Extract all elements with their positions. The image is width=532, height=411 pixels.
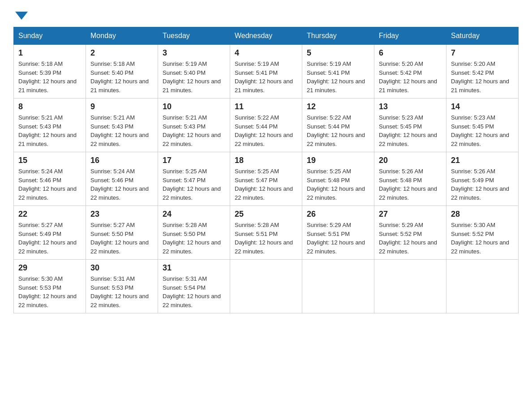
day-info: Sunrise: 5:20 AMSunset: 5:42 PMDaylight:…: [451, 60, 509, 94]
day-number: 25: [235, 210, 297, 219]
day-cell: [230, 260, 302, 313]
header-row: SundayMondayTuesdayWednesdayThursdayFrid…: [14, 27, 519, 45]
week-row-5: 29 Sunrise: 5:30 AMSunset: 5:53 PMDaylig…: [14, 260, 519, 313]
week-row-2: 8 Sunrise: 5:21 AMSunset: 5:43 PMDayligh…: [14, 98, 519, 152]
day-number: 13: [379, 102, 442, 111]
calendar-body: 1 Sunrise: 5:18 AMSunset: 5:39 PMDayligh…: [14, 45, 519, 313]
day-cell: 23 Sunrise: 5:27 AMSunset: 5:50 PMDaylig…: [86, 206, 158, 260]
day-info: Sunrise: 5:21 AMSunset: 5:43 PMDaylight:…: [18, 114, 77, 147]
page-header: [13, 9, 519, 19]
day-number: 26: [307, 210, 369, 219]
day-info: Sunrise: 5:20 AMSunset: 5:42 PMDaylight:…: [379, 60, 437, 94]
header-cell-monday: Monday: [86, 27, 158, 45]
day-info: Sunrise: 5:21 AMSunset: 5:43 PMDaylight:…: [90, 114, 149, 147]
day-cell: 9 Sunrise: 5:21 AMSunset: 5:43 PMDayligh…: [86, 98, 158, 152]
day-info: Sunrise: 5:23 AMSunset: 5:45 PMDaylight:…: [451, 114, 509, 147]
header-cell-thursday: Thursday: [302, 27, 374, 45]
day-number: 7: [451, 48, 514, 58]
day-cell: 26 Sunrise: 5:29 AMSunset: 5:51 PMDaylig…: [302, 206, 374, 260]
day-number: 2: [90, 48, 153, 58]
day-info: Sunrise: 5:24 AMSunset: 5:46 PMDaylight:…: [18, 168, 77, 201]
day-cell: 5 Sunrise: 5:19 AMSunset: 5:41 PMDayligh…: [302, 45, 374, 98]
day-cell: 2 Sunrise: 5:18 AMSunset: 5:40 PMDayligh…: [86, 45, 158, 98]
header-cell-sunday: Sunday: [14, 27, 86, 45]
day-number: 29: [18, 263, 81, 273]
day-number: 31: [163, 263, 225, 273]
day-number: 12: [307, 102, 369, 111]
day-cell: 14 Sunrise: 5:23 AMSunset: 5:45 PMDaylig…: [446, 98, 519, 152]
day-number: 10: [163, 102, 225, 111]
day-info: Sunrise: 5:26 AMSunset: 5:49 PMDaylight:…: [451, 168, 509, 201]
day-info: Sunrise: 5:25 AMSunset: 5:48 PMDaylight:…: [307, 168, 365, 201]
day-info: Sunrise: 5:18 AMSunset: 5:40 PMDaylight:…: [90, 60, 149, 94]
week-row-3: 15 Sunrise: 5:24 AMSunset: 5:46 PMDaylig…: [14, 152, 519, 206]
calendar-table: SundayMondayTuesdayWednesdayThursdayFrid…: [13, 27, 519, 313]
day-number: 21: [451, 156, 514, 165]
day-number: 8: [18, 102, 81, 111]
day-info: Sunrise: 5:21 AMSunset: 5:43 PMDaylight:…: [163, 114, 221, 147]
day-cell: 28 Sunrise: 5:30 AMSunset: 5:52 PMDaylig…: [446, 206, 519, 260]
day-cell: 19 Sunrise: 5:25 AMSunset: 5:48 PMDaylig…: [302, 152, 374, 206]
day-info: Sunrise: 5:19 AMSunset: 5:41 PMDaylight:…: [235, 60, 293, 94]
day-number: 17: [163, 156, 225, 165]
day-info: Sunrise: 5:31 AMSunset: 5:53 PMDaylight:…: [90, 275, 149, 308]
day-info: Sunrise: 5:25 AMSunset: 5:47 PMDaylight:…: [235, 168, 293, 201]
day-cell: 1 Sunrise: 5:18 AMSunset: 5:39 PMDayligh…: [14, 45, 86, 98]
day-cell: 7 Sunrise: 5:20 AMSunset: 5:42 PMDayligh…: [446, 45, 519, 98]
logo-top: [13, 9, 28, 20]
day-info: Sunrise: 5:22 AMSunset: 5:44 PMDaylight:…: [235, 114, 293, 147]
week-row-4: 22 Sunrise: 5:27 AMSunset: 5:49 PMDaylig…: [14, 206, 519, 260]
day-info: Sunrise: 5:19 AMSunset: 5:41 PMDaylight:…: [307, 60, 365, 94]
day-cell: 25 Sunrise: 5:28 AMSunset: 5:51 PMDaylig…: [230, 206, 302, 260]
day-number: 11: [235, 102, 297, 111]
day-cell: 4 Sunrise: 5:19 AMSunset: 5:41 PMDayligh…: [230, 45, 302, 98]
day-cell: 18 Sunrise: 5:25 AMSunset: 5:47 PMDaylig…: [230, 152, 302, 206]
day-number: 5: [307, 48, 369, 58]
day-info: Sunrise: 5:31 AMSunset: 5:54 PMDaylight:…: [163, 275, 221, 308]
calendar-header: SundayMondayTuesdayWednesdayThursdayFrid…: [14, 27, 519, 45]
day-cell: [302, 260, 374, 313]
day-cell: 22 Sunrise: 5:27 AMSunset: 5:49 PMDaylig…: [14, 206, 86, 260]
day-info: Sunrise: 5:27 AMSunset: 5:50 PMDaylight:…: [90, 222, 149, 255]
day-cell: 27 Sunrise: 5:29 AMSunset: 5:52 PMDaylig…: [374, 206, 446, 260]
day-cell: 12 Sunrise: 5:22 AMSunset: 5:44 PMDaylig…: [302, 98, 374, 152]
day-cell: 16 Sunrise: 5:24 AMSunset: 5:46 PMDaylig…: [86, 152, 158, 206]
day-number: 1: [18, 48, 81, 58]
day-number: 22: [18, 210, 81, 219]
day-info: Sunrise: 5:26 AMSunset: 5:48 PMDaylight:…: [379, 168, 437, 201]
day-info: Sunrise: 5:24 AMSunset: 5:46 PMDaylight:…: [90, 168, 149, 201]
day-info: Sunrise: 5:19 AMSunset: 5:40 PMDaylight:…: [163, 60, 221, 94]
day-info: Sunrise: 5:27 AMSunset: 5:49 PMDaylight:…: [18, 222, 77, 255]
header-cell-tuesday: Tuesday: [158, 27, 230, 45]
day-info: Sunrise: 5:23 AMSunset: 5:45 PMDaylight:…: [379, 114, 437, 147]
day-cell: [374, 260, 446, 313]
day-info: Sunrise: 5:30 AMSunset: 5:52 PMDaylight:…: [451, 222, 509, 255]
logo: [13, 9, 28, 19]
day-number: 23: [90, 210, 153, 219]
day-info: Sunrise: 5:28 AMSunset: 5:51 PMDaylight:…: [235, 222, 293, 255]
day-number: 14: [451, 102, 514, 111]
day-cell: 30 Sunrise: 5:31 AMSunset: 5:53 PMDaylig…: [86, 260, 158, 313]
day-number: 3: [163, 48, 225, 58]
day-cell: 15 Sunrise: 5:24 AMSunset: 5:46 PMDaylig…: [14, 152, 86, 206]
day-number: 30: [90, 263, 153, 273]
day-number: 28: [451, 210, 514, 219]
day-cell: 8 Sunrise: 5:21 AMSunset: 5:43 PMDayligh…: [14, 98, 86, 152]
day-number: 9: [90, 102, 153, 111]
week-row-1: 1 Sunrise: 5:18 AMSunset: 5:39 PMDayligh…: [14, 45, 519, 98]
day-number: 19: [307, 156, 369, 165]
day-number: 27: [379, 210, 442, 219]
day-number: 20: [379, 156, 442, 165]
day-info: Sunrise: 5:29 AMSunset: 5:51 PMDaylight:…: [307, 222, 365, 255]
day-cell: 6 Sunrise: 5:20 AMSunset: 5:42 PMDayligh…: [374, 45, 446, 98]
day-cell: 24 Sunrise: 5:28 AMSunset: 5:50 PMDaylig…: [158, 206, 230, 260]
day-cell: 11 Sunrise: 5:22 AMSunset: 5:44 PMDaylig…: [230, 98, 302, 152]
day-number: 6: [379, 48, 442, 58]
day-cell: [446, 260, 519, 313]
header-cell-friday: Friday: [374, 27, 446, 45]
day-cell: 20 Sunrise: 5:26 AMSunset: 5:48 PMDaylig…: [374, 152, 446, 206]
day-cell: 3 Sunrise: 5:19 AMSunset: 5:40 PMDayligh…: [158, 45, 230, 98]
day-info: Sunrise: 5:25 AMSunset: 5:47 PMDaylight:…: [163, 168, 221, 201]
day-number: 15: [18, 156, 81, 165]
day-cell: 21 Sunrise: 5:26 AMSunset: 5:49 PMDaylig…: [446, 152, 519, 206]
